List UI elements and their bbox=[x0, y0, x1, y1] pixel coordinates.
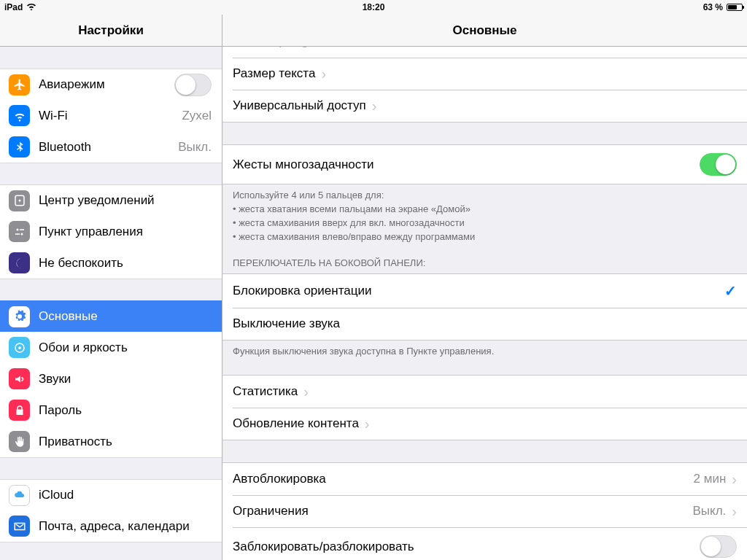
sidebar-item-label: Не беспокоить bbox=[39, 256, 123, 271]
sidebar-item-control-center[interactable]: Пункт управления bbox=[0, 216, 222, 248]
chevron-right-icon: › bbox=[732, 504, 737, 518]
svg-point-2 bbox=[16, 228, 18, 230]
row-label: Жесты многозадачности bbox=[233, 158, 374, 172]
sidebar-item-bluetooth[interactable]: Bluetooth Выкл. bbox=[0, 131, 222, 163]
sidebar-item-label: Почта, адреса, календари bbox=[39, 519, 190, 534]
settings-sidebar[interactable]: Авиарежим Wi-Fi Zyxel Bluetooth Выкл. Це… bbox=[0, 47, 222, 560]
row-multitask-gestures[interactable]: Жесты многозадачности bbox=[222, 145, 747, 184]
row-spotlight[interactable]: Поиск Spotlight › bbox=[222, 47, 747, 58]
caption-line: • жеста смахивания влево/вправо между пр… bbox=[233, 230, 737, 244]
detail-panel[interactable]: Поиск Spotlight › Размер текста › Универ… bbox=[222, 47, 747, 560]
row-label: Ограничения bbox=[233, 504, 309, 518]
row-mute[interactable]: Выключение звука bbox=[222, 308, 747, 340]
row-label: Блокировка ориентации bbox=[233, 284, 371, 298]
caption-line: • жеста хватания всеми пальцами на экран… bbox=[233, 203, 737, 217]
wallpaper-icon bbox=[9, 337, 30, 358]
side-switch-header: ПЕРЕКЛЮЧАТЕЛЬ НА БОКОВОЙ ПАНЕЛИ: bbox=[222, 246, 747, 273]
bluetooth-icon bbox=[9, 136, 30, 158]
row-background-refresh[interactable]: Обновление контента › bbox=[222, 408, 747, 440]
gestures-caption: Используйте 4 или 5 пальцев для: • жеста… bbox=[222, 184, 747, 246]
autolock-value: 2 мин bbox=[694, 472, 727, 486]
sidebar-item-label: iCloud bbox=[39, 488, 74, 502]
control-center-icon bbox=[9, 221, 30, 242]
bluetooth-value: Выкл. bbox=[178, 140, 212, 155]
sidebar-item-icloud[interactable]: iCloud bbox=[0, 479, 222, 511]
svg-rect-3 bbox=[20, 229, 24, 230]
sidebar-item-label: Bluetooth bbox=[39, 140, 91, 155]
row-accessibility[interactable]: Универсальный доступ › bbox=[222, 90, 747, 122]
row-label: Размер текста bbox=[233, 66, 315, 81]
row-lock-rotation[interactable]: Блокировка ориентации ✓ bbox=[222, 274, 747, 308]
sidebar-item-sounds[interactable]: Звуки bbox=[0, 363, 222, 395]
caption-line: Используйте 4 или 5 пальцев для: bbox=[233, 189, 737, 203]
chevron-right-icon: › bbox=[372, 98, 377, 113]
svg-point-1 bbox=[18, 200, 20, 202]
row-text-size[interactable]: Размер текста › bbox=[222, 58, 747, 90]
battery-percent: 63 % bbox=[703, 2, 723, 12]
chevron-right-icon: › bbox=[365, 416, 370, 431]
hand-icon bbox=[9, 431, 30, 452]
row-usage[interactable]: Статистика › bbox=[222, 376, 747, 408]
svg-point-7 bbox=[18, 346, 21, 349]
chevron-right-icon: › bbox=[732, 472, 737, 486]
sidebar-item-privacy[interactable]: Приватность bbox=[0, 426, 222, 458]
row-label: Поиск Spotlight bbox=[233, 47, 319, 49]
restrictions-value: Выкл. bbox=[692, 504, 726, 518]
sidebar-title: Настройки bbox=[0, 15, 222, 46]
chevron-right-icon: › bbox=[303, 384, 309, 399]
device-name: iPad bbox=[4, 2, 23, 12]
sidebar-item-airplane[interactable]: Авиарежим bbox=[0, 69, 222, 101]
row-lock-unlock[interactable]: Заблокировать/разблокировать bbox=[222, 527, 747, 560]
sounds-icon bbox=[9, 368, 30, 389]
sidebar-item-label: Обои и яркость bbox=[39, 341, 128, 355]
sidebar-item-wallpaper[interactable]: Обои и яркость bbox=[0, 332, 222, 364]
sidebar-item-label: Центр уведомлений bbox=[39, 193, 155, 208]
wifi-status-icon bbox=[26, 2, 36, 12]
chevron-right-icon: › bbox=[321, 66, 326, 81]
mute-footer: Функция выключения звука доступна в Пунк… bbox=[222, 341, 747, 362]
sidebar-item-label: Пункт управления bbox=[39, 225, 143, 239]
sidebar-item-mail[interactable]: Почта, адреса, календари bbox=[0, 510, 222, 542]
airplane-icon bbox=[9, 74, 30, 96]
sidebar-item-label: Звуки bbox=[39, 372, 71, 386]
row-label: Обновление контента bbox=[233, 416, 359, 431]
row-label: Заблокировать/разблокировать bbox=[233, 540, 414, 554]
status-bar: iPad 18:20 63 % bbox=[0, 0, 747, 15]
mail-icon bbox=[9, 516, 30, 537]
cloud-icon bbox=[9, 485, 30, 506]
row-label: Универсальный доступ bbox=[233, 98, 366, 113]
chevron-right-icon: › bbox=[325, 47, 330, 49]
sidebar-item-wifi[interactable]: Wi-Fi Zyxel bbox=[0, 100, 222, 132]
moon-icon bbox=[9, 252, 30, 273]
svg-rect-5 bbox=[15, 233, 20, 235]
lock-unlock-toggle[interactable] bbox=[700, 535, 737, 558]
row-autolock[interactable]: Автоблокировка 2 мин › bbox=[222, 463, 747, 495]
notification-center-icon bbox=[9, 190, 30, 211]
clock: 18:20 bbox=[363, 2, 385, 12]
row-label: Выключение звука bbox=[233, 316, 340, 331]
battery-icon bbox=[727, 4, 743, 11]
gear-icon bbox=[9, 306, 30, 327]
row-label: Автоблокировка bbox=[233, 472, 326, 486]
sidebar-item-general[interactable]: Основные bbox=[0, 300, 222, 332]
sidebar-item-label: Wi-Fi bbox=[39, 109, 68, 123]
multitask-gestures-toggle[interactable] bbox=[700, 153, 737, 176]
sidebar-item-dnd[interactable]: Не беспокоить bbox=[0, 247, 222, 279]
sidebar-item-label: Авиарежим bbox=[39, 77, 105, 92]
sidebar-item-notification-center[interactable]: Центр уведомлений bbox=[0, 184, 222, 217]
row-label: Статистика bbox=[233, 384, 298, 399]
nav-bar: Настройки Основные bbox=[0, 15, 747, 47]
wifi-icon bbox=[9, 105, 30, 126]
checkmark-icon: ✓ bbox=[724, 282, 737, 300]
airplane-toggle[interactable] bbox=[174, 74, 212, 96]
sidebar-item-label: Пароль bbox=[39, 403, 82, 418]
wifi-value: Zyxel bbox=[182, 109, 212, 123]
caption-line: • жеста смахивания вверх для вкл. многоз… bbox=[233, 217, 737, 230]
sidebar-item-passcode[interactable]: Пароль bbox=[0, 394, 222, 427]
svg-point-4 bbox=[20, 233, 23, 235]
sidebar-item-label: Приватность bbox=[39, 435, 112, 449]
row-restrictions[interactable]: Ограничения Выкл. › bbox=[222, 495, 747, 527]
sidebar-item-label: Основные bbox=[39, 309, 98, 324]
lock-icon bbox=[9, 400, 30, 421]
detail-title: Основные bbox=[222, 15, 747, 46]
